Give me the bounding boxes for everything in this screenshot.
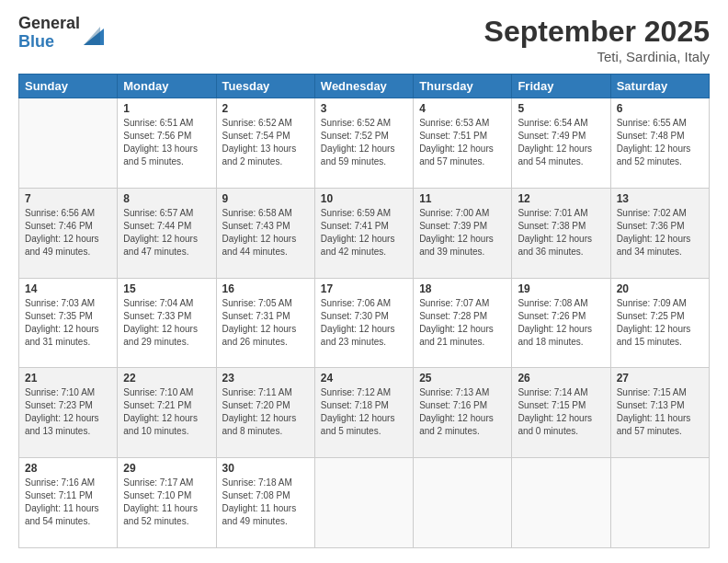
day-number: 15 [123,282,210,295]
main-title: September 2025 [484,15,710,49]
day-number: 6 [617,102,703,115]
title-block: September 2025 Teti, Sardinia, Italy [484,15,710,64]
day-number: 13 [617,192,703,205]
calendar-cell: 28Sunrise: 7:16 AMSunset: 7:11 PMDayligh… [19,458,118,548]
day-info: Sunrise: 7:16 AMSunset: 7:11 PMDaylight:… [25,477,111,528]
weekday-header-wednesday: Wednesday [314,75,413,98]
day-number: 4 [419,102,506,115]
header: General Blue September 2025 Teti, Sardin… [18,15,710,64]
weekday-header-thursday: Thursday [414,75,512,98]
day-info: Sunrise: 6:54 AMSunset: 7:49 PMDaylight:… [518,117,604,168]
calendar-cell: 27Sunrise: 7:15 AMSunset: 7:13 PMDayligh… [610,368,709,458]
day-number: 29 [123,462,210,475]
calendar-table: SundayMondayTuesdayWednesdayThursdayFrid… [18,74,710,548]
calendar-cell: 8Sunrise: 6:57 AMSunset: 7:44 PMDaylight… [118,188,216,278]
weekday-header-friday: Friday [512,75,610,98]
calendar-cell: 29Sunrise: 7:17 AMSunset: 7:10 PMDayligh… [118,458,216,548]
page: General Blue September 2025 Teti, Sardin… [0,0,728,563]
day-info: Sunrise: 7:05 AMSunset: 7:31 PMDaylight:… [222,297,309,349]
day-number: 12 [518,192,604,205]
day-info: Sunrise: 7:15 AMSunset: 7:13 PMDaylight:… [617,386,703,438]
calendar-cell [512,458,610,548]
day-number: 21 [25,372,111,385]
day-number: 14 [25,282,111,295]
calendar-cell: 22Sunrise: 7:10 AMSunset: 7:21 PMDayligh… [118,368,216,458]
day-info: Sunrise: 7:03 AMSunset: 7:35 PMDaylight:… [25,297,111,349]
calendar-cell [610,458,709,548]
calendar-cell: 16Sunrise: 7:05 AMSunset: 7:31 PMDayligh… [216,278,314,368]
calendar-cell [19,98,118,189]
day-info: Sunrise: 7:10 AMSunset: 7:21 PMDaylight:… [123,386,210,438]
day-number: 30 [222,462,309,475]
day-number: 5 [518,102,604,115]
day-info: Sunrise: 7:10 AMSunset: 7:23 PMDaylight:… [25,386,111,438]
day-info: Sunrise: 7:09 AMSunset: 7:25 PMDaylight:… [617,297,703,349]
calendar-cell: 25Sunrise: 7:13 AMSunset: 7:16 PMDayligh… [414,368,512,458]
day-info: Sunrise: 6:56 AMSunset: 7:46 PMDaylight:… [25,207,111,259]
day-number: 19 [518,282,604,295]
day-info: Sunrise: 7:13 AMSunset: 7:16 PMDaylight:… [419,386,506,438]
calendar-cell: 1Sunrise: 6:51 AMSunset: 7:56 PMDaylight… [118,98,216,189]
day-number: 3 [321,102,407,115]
calendar-cell: 11Sunrise: 7:00 AMSunset: 7:39 PMDayligh… [414,188,512,278]
day-info: Sunrise: 6:59 AMSunset: 7:41 PMDaylight:… [321,207,407,259]
day-number: 22 [123,372,210,385]
weekday-header-saturday: Saturday [610,75,709,98]
calendar-cell: 30Sunrise: 7:18 AMSunset: 7:08 PMDayligh… [216,458,314,548]
calendar-cell: 26Sunrise: 7:14 AMSunset: 7:15 PMDayligh… [512,368,610,458]
day-number: 26 [518,372,604,385]
logo-blue-text: Blue [18,33,80,52]
day-info: Sunrise: 7:02 AMSunset: 7:36 PMDaylight:… [617,207,703,259]
calendar-week-row: 14Sunrise: 7:03 AMSunset: 7:35 PMDayligh… [19,278,710,368]
calendar-cell: 21Sunrise: 7:10 AMSunset: 7:23 PMDayligh… [19,368,118,458]
day-number: 27 [617,372,703,385]
calendar-cell: 23Sunrise: 7:11 AMSunset: 7:20 PMDayligh… [216,368,314,458]
calendar-cell [314,458,413,548]
calendar-cell: 12Sunrise: 7:01 AMSunset: 7:38 PMDayligh… [512,188,610,278]
day-number: 7 [25,192,111,205]
day-info: Sunrise: 7:07 AMSunset: 7:28 PMDaylight:… [419,297,506,349]
day-info: Sunrise: 7:08 AMSunset: 7:26 PMDaylight:… [518,297,604,349]
calendar-week-row: 21Sunrise: 7:10 AMSunset: 7:23 PMDayligh… [19,368,710,458]
day-number: 18 [419,282,506,295]
day-info: Sunrise: 7:06 AMSunset: 7:30 PMDaylight:… [321,297,407,349]
calendar-cell: 5Sunrise: 6:54 AMSunset: 7:49 PMDaylight… [512,98,610,189]
day-number: 9 [222,192,309,205]
day-number: 10 [321,192,407,205]
calendar-cell: 10Sunrise: 6:59 AMSunset: 7:41 PMDayligh… [314,188,413,278]
svg-marker-1 [84,27,100,45]
calendar-week-row: 7Sunrise: 6:56 AMSunset: 7:46 PMDaylight… [19,188,710,278]
day-info: Sunrise: 7:17 AMSunset: 7:10 PMDaylight:… [123,477,210,528]
calendar-cell: 14Sunrise: 7:03 AMSunset: 7:35 PMDayligh… [19,278,118,368]
logo-general-text: General [18,15,80,33]
calendar-cell: 20Sunrise: 7:09 AMSunset: 7:25 PMDayligh… [610,278,709,368]
weekday-header-row: SundayMondayTuesdayWednesdayThursdayFrid… [19,75,710,98]
day-info: Sunrise: 6:58 AMSunset: 7:43 PMDaylight:… [222,207,309,259]
calendar-cell: 18Sunrise: 7:07 AMSunset: 7:28 PMDayligh… [414,278,512,368]
day-number: 28 [25,462,111,475]
day-number: 17 [321,282,407,295]
calendar-cell: 13Sunrise: 7:02 AMSunset: 7:36 PMDayligh… [610,188,709,278]
day-number: 24 [321,372,407,385]
day-info: Sunrise: 6:53 AMSunset: 7:51 PMDaylight:… [419,117,506,168]
logo-icon [84,19,104,49]
calendar-cell: 15Sunrise: 7:04 AMSunset: 7:33 PMDayligh… [118,278,216,368]
calendar-week-row: 1Sunrise: 6:51 AMSunset: 7:56 PMDaylight… [19,98,710,189]
day-info: Sunrise: 7:01 AMSunset: 7:38 PMDaylight:… [518,207,604,259]
day-number: 25 [419,372,506,385]
calendar-cell: 2Sunrise: 6:52 AMSunset: 7:54 PMDaylight… [216,98,314,189]
day-info: Sunrise: 6:57 AMSunset: 7:44 PMDaylight:… [123,207,210,259]
day-number: 20 [617,282,703,295]
day-number: 8 [123,192,210,205]
day-info: Sunrise: 6:52 AMSunset: 7:54 PMDaylight:… [222,117,309,168]
day-number: 2 [222,102,309,115]
day-info: Sunrise: 7:12 AMSunset: 7:18 PMDaylight:… [321,386,407,438]
calendar-cell: 17Sunrise: 7:06 AMSunset: 7:30 PMDayligh… [314,278,413,368]
day-info: Sunrise: 7:14 AMSunset: 7:15 PMDaylight:… [518,386,604,438]
calendar-cell: 4Sunrise: 6:53 AMSunset: 7:51 PMDaylight… [414,98,512,189]
calendar-cell: 6Sunrise: 6:55 AMSunset: 7:48 PMDaylight… [610,98,709,189]
day-info: Sunrise: 6:52 AMSunset: 7:52 PMDaylight:… [321,117,407,168]
calendar-cell: 9Sunrise: 6:58 AMSunset: 7:43 PMDaylight… [216,188,314,278]
day-info: Sunrise: 6:55 AMSunset: 7:48 PMDaylight:… [617,117,703,168]
calendar-cell: 3Sunrise: 6:52 AMSunset: 7:52 PMDaylight… [314,98,413,189]
